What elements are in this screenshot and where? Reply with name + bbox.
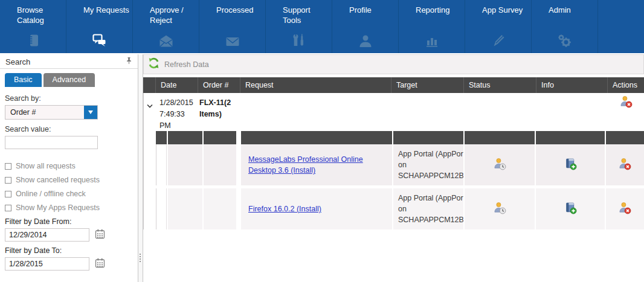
search-panel-title: Search [5, 57, 125, 66]
bar-chart-icon [399, 34, 465, 48]
envelope-icon [199, 35, 265, 48]
request-row: MessageLabs Professional Online Desktop … [144, 144, 644, 185]
search-tabs: Basic Advanced [0, 69, 138, 87]
calendar-icon[interactable] [95, 229, 105, 241]
subtable-header-cell [168, 131, 202, 144]
search-panel: Search Basic Advanced Search by: Order #… [0, 54, 138, 282]
tab-basic[interactable]: Basic [5, 73, 42, 87]
target-text: App Portal (AppPortal) on SCHAPAPPCM12BO… [398, 149, 463, 181]
pin-icon[interactable] [125, 57, 133, 68]
person-icon [332, 34, 398, 48]
tools-icon [266, 33, 332, 48]
user-pending-icon [493, 201, 507, 217]
cancel-request-icon[interactable] [619, 95, 633, 111]
group-actions-cell [608, 93, 644, 131]
refresh-data-label: Refresh Data [164, 60, 209, 69]
nav-label: Approve / Reject [133, 0, 199, 26]
actions-cell [606, 188, 644, 229]
column-header-target[interactable]: Target [391, 77, 463, 93]
subtable-header-cell [204, 131, 236, 144]
target-cell: App Portal (AppPortal) on SCHAPAPPCM12BO… [393, 188, 463, 229]
gears-icon [532, 34, 597, 48]
request-link[interactable]: Firefox 16.0.2 (Install) [248, 203, 321, 215]
caret-down-icon [88, 111, 93, 114]
checkbox-label: Show all requests [16, 162, 76, 170]
checkbox-row: Show cancelled requests [5, 176, 133, 184]
top-navbar: Browse Catalog My Requests Approve / Rej… [0, 0, 644, 53]
panel-splitter[interactable] [138, 54, 143, 282]
refresh-data-button[interactable]: Refresh Data [147, 57, 209, 72]
target-cell: App Portal (AppPortal) on SCHAPAPPCM12BO… [393, 144, 463, 185]
request-link[interactable]: MessageLabs Professional Online Desktop … [248, 154, 385, 177]
checkbox-label: Show My Apps Requests [16, 203, 100, 212]
checkbox-label: Online / offline check [16, 190, 86, 198]
column-header-order[interactable]: Order # [198, 77, 240, 93]
splitter-grip-icon [140, 254, 141, 255]
nav-browse-catalog[interactable]: Browse Catalog [0, 0, 66, 53]
target-text: App Portal (AppPortal) on SCHAPAPPCM12BO… [398, 193, 463, 225]
search-by-selected-value: Order # [5, 108, 84, 117]
row-indent [144, 144, 156, 185]
nav-processed[interactable]: Processed [199, 0, 266, 53]
actions-cell [606, 144, 644, 185]
requests-grid: Date Order # Request Target Status Info … [143, 77, 644, 229]
request-date-cell [168, 144, 202, 185]
nav-approve-reject[interactable]: Approve / Reject [133, 0, 199, 53]
date-from-input[interactable] [5, 228, 89, 242]
grid-toolbar: Refresh Data [143, 54, 644, 74]
checkbox-online-offline-check[interactable] [5, 191, 11, 197]
nav-label: Support Tools [266, 0, 332, 26]
calendar-icon[interactable] [95, 258, 105, 270]
group-row-spacer [240, 93, 608, 131]
column-header-status[interactable]: Status [463, 77, 536, 93]
group-time: 7:49:33 PM [159, 109, 197, 132]
nav-support-tools[interactable]: Support Tools [266, 0, 332, 53]
subtable-header-cell [241, 131, 392, 144]
nav-label: Admin [532, 0, 597, 16]
checkbox-label: Show cancelled requests [16, 176, 100, 184]
cancel-request-icon[interactable] [618, 157, 632, 173]
column-header-date[interactable]: Date [155, 77, 198, 93]
select-dropdown-button[interactable] [84, 106, 97, 119]
tab-advanced[interactable]: Advanced [43, 73, 95, 87]
nav-app-survey[interactable]: App Survey [465, 0, 532, 53]
checkbox-show-my-apps-requests[interactable] [5, 205, 11, 211]
grid-header-row: Date Order # Request Target Status Info … [143, 77, 644, 93]
add-program-icon[interactable] [564, 201, 578, 217]
nav-reporting[interactable]: Reporting [399, 0, 465, 53]
subtable-header-cell [156, 131, 167, 144]
nav-my-requests[interactable]: My Requests [66, 0, 133, 53]
request-cell: Firefox 16.0.2 (Install) [241, 188, 392, 229]
notebook-icon [0, 33, 66, 48]
date-to-input[interactable] [5, 257, 89, 271]
app-window: Browse Catalog My Requests Approve / Rej… [0, 0, 644, 282]
subtable-header-row [144, 131, 644, 144]
add-program-icon[interactable] [564, 157, 578, 173]
group-order-cell: FLX-11(2 Items) [198, 93, 240, 131]
search-by-select[interactable]: Order # [5, 105, 98, 120]
status-cell [465, 144, 535, 185]
search-form: Search by: Order # Search value: Show al… [0, 87, 138, 282]
column-header-request[interactable]: Request [240, 77, 391, 93]
info-cell [536, 144, 605, 185]
chat-bubbles-icon [66, 33, 132, 48]
refresh-icon [147, 57, 160, 72]
request-cell: MessageLabs Professional Online Desktop … [241, 144, 392, 185]
checkbox-row: Show My Apps Requests [5, 203, 133, 212]
date-from-label: Filter by Date From: [5, 217, 133, 226]
nav-label: My Requests [66, 0, 132, 16]
column-header-info[interactable]: Info [536, 77, 607, 93]
search-value-input[interactable] [5, 136, 98, 149]
checkbox-show-all-requests[interactable] [5, 163, 11, 170]
collapse-group-toggle[interactable] [144, 93, 156, 131]
checkbox-show-cancelled-requests[interactable] [5, 177, 11, 184]
date-to-label: Filter by Date To: [5, 246, 133, 255]
info-cell [536, 188, 605, 229]
cancel-request-icon[interactable] [618, 201, 632, 217]
nav-profile[interactable]: Profile [332, 0, 399, 53]
request-row: Firefox 16.0.2 (Install) App Portal (App… [144, 188, 644, 229]
nav-label: Browse Catalog [0, 0, 66, 26]
nav-admin[interactable]: Admin [532, 0, 598, 53]
status-cell [465, 188, 535, 229]
column-header-actions[interactable]: Actions [607, 77, 644, 93]
